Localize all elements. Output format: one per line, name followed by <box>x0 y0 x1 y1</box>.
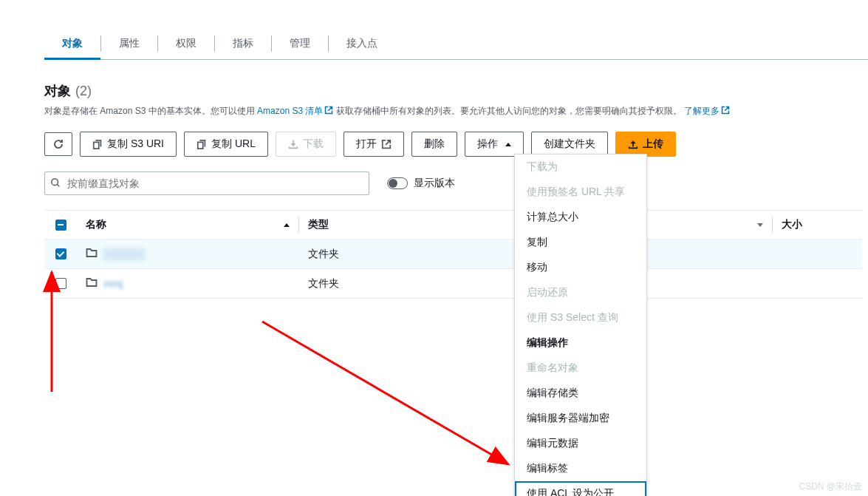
desc-text: 获取存储桶中所有对象的列表。要允许其他人访问您的对象，您需要明确向其授予权限。 <box>336 106 682 116</box>
refresh-button[interactable] <box>44 132 72 156</box>
tab-access-points[interactable]: 接入点 <box>329 28 395 59</box>
tab-label: 对象 <box>62 37 83 49</box>
menu-item-copy[interactable]: 复制 <box>515 230 646 255</box>
section-title-text: 对象 <box>44 82 71 100</box>
object-type: 文件夹 <box>299 270 491 298</box>
button-label: 删除 <box>424 137 445 151</box>
download-button: 下载 <box>276 132 336 157</box>
button-label: 打开 <box>356 137 377 151</box>
table-header: 名称 类型 大小 <box>44 211 862 239</box>
desc-text: 对象是存储在 Amazon S3 中的基本实体。您可以使用 <box>44 106 257 116</box>
button-label: 下载 <box>303 137 324 151</box>
copy-icon <box>92 139 103 149</box>
external-link-icon <box>381 139 392 149</box>
tab-permissions[interactable]: 权限 <box>158 28 214 59</box>
header-text: 类型 <box>308 218 329 230</box>
object-name-link[interactable]: mmj <box>103 278 123 290</box>
table-row[interactable]: mmj 文件夹 <box>44 269 862 299</box>
prefix-search-input[interactable] <box>44 171 369 195</box>
section-description: 对象是存储在 Amazon S3 中的基本实体。您可以使用 Amazon S3 … <box>44 104 862 118</box>
search-input-wrapper <box>44 171 369 195</box>
copy-s3-uri-button[interactable]: 复制 S3 URI <box>80 132 177 157</box>
watermark: CSDN @宋拾壹 <box>799 480 862 493</box>
button-label: 上传 <box>643 137 663 151</box>
table-row[interactable]: xxxx 文件夹 <box>44 239 862 269</box>
row-checkbox[interactable] <box>55 278 66 289</box>
search-icon <box>50 177 61 190</box>
menu-item-edit-tags[interactable]: 编辑标签 <box>515 456 646 481</box>
header-text: 名称 <box>86 218 106 231</box>
object-count: (2) <box>75 84 92 99</box>
menu-item-share-presigned: 使用预签名 URL 共享 <box>515 180 646 205</box>
menu-item-restore: 启动还原 <box>515 280 646 305</box>
button-label: 复制 S3 URI <box>107 137 164 151</box>
section-title: 对象 (2) <box>44 82 862 100</box>
menu-item-rename: 重命名对象 <box>515 356 646 381</box>
column-header-size[interactable]: 大小 <box>773 211 832 239</box>
link-text: Amazon S3 清单 <box>257 106 323 116</box>
row-checkbox[interactable] <box>55 248 66 259</box>
column-header-name[interactable]: 名称 <box>77 211 298 239</box>
svg-line-3 <box>262 322 508 464</box>
link-text: 了解更多 <box>684 106 720 116</box>
tab-objects[interactable]: 对象 <box>44 28 100 59</box>
object-name-link[interactable]: xxxx <box>103 248 145 261</box>
svg-point-0 <box>52 179 58 186</box>
delete-button[interactable]: 删除 <box>411 132 457 157</box>
actions-dropdown: 下载为 使用预签名 URL 共享 计算总大小 复制 移动 启动还原 使用 S3 … <box>514 154 647 496</box>
menu-item-edit-metadata[interactable]: 编辑元数据 <box>515 431 646 456</box>
tab-management[interactable]: 管理 <box>272 28 328 59</box>
sort-asc-icon <box>284 223 290 227</box>
refresh-icon <box>52 138 64 150</box>
tab-label: 属性 <box>119 37 140 49</box>
copy-icon <box>197 139 207 149</box>
button-label: 操作 <box>477 137 498 151</box>
external-link-icon <box>324 106 333 115</box>
s3-inventory-link[interactable]: Amazon S3 清单 <box>257 106 333 116</box>
toolbar: 复制 S3 URI 复制 URL 下载 打开 删除 操作 创建文 <box>44 132 862 157</box>
tab-label: 接入点 <box>346 37 377 49</box>
tab-label: 指标 <box>233 37 253 49</box>
toggle-icon <box>387 177 408 189</box>
select-all-checkbox[interactable] <box>55 220 66 231</box>
menu-item-download-as: 下载为 <box>515 154 646 180</box>
folder-icon <box>86 276 98 291</box>
learn-more-link[interactable]: 了解更多 <box>684 106 730 116</box>
menu-section-header: 编辑操作 <box>515 330 646 356</box>
tab-metrics[interactable]: 指标 <box>215 28 271 59</box>
menu-item-edit-storage[interactable]: 编辑存储类 <box>515 381 646 406</box>
button-label: 创建文件夹 <box>544 137 595 151</box>
copy-url-button[interactable]: 复制 URL <box>184 132 268 157</box>
menu-item-calculate-size[interactable]: 计算总大小 <box>515 205 646 230</box>
tab-label: 权限 <box>176 37 197 49</box>
menu-item-make-public-acl[interactable]: 使用 ACL 设为公开 <box>515 481 646 496</box>
external-link-icon <box>721 106 730 115</box>
column-header-type[interactable]: 类型 <box>299 211 491 239</box>
caret-up-icon <box>505 143 511 146</box>
tab-label: 管理 <box>290 37 310 49</box>
object-type: 文件夹 <box>299 240 491 268</box>
button-label: 复制 URL <box>211 137 256 151</box>
download-icon <box>288 139 298 149</box>
sort-desc-icon <box>757 223 763 227</box>
upload-icon <box>628 139 638 149</box>
open-button[interactable]: 打开 <box>344 132 404 157</box>
show-versions-toggle[interactable]: 显示版本 <box>387 177 455 190</box>
objects-table: 名称 类型 大小 xxxx 文件夹 mmj <box>44 210 862 299</box>
menu-item-move[interactable]: 移动 <box>515 255 646 280</box>
main-tabs: 对象 属性 权限 指标 管理 接入点 <box>44 28 868 60</box>
menu-item-s3select: 使用 S3 Select 查询 <box>515 305 646 330</box>
header-text: 大小 <box>782 218 802 230</box>
menu-item-edit-encryption[interactable]: 编辑服务器端加密 <box>515 406 646 431</box>
folder-icon <box>86 247 98 261</box>
tab-properties[interactable]: 属性 <box>101 28 157 59</box>
toggle-label: 显示版本 <box>414 177 455 190</box>
